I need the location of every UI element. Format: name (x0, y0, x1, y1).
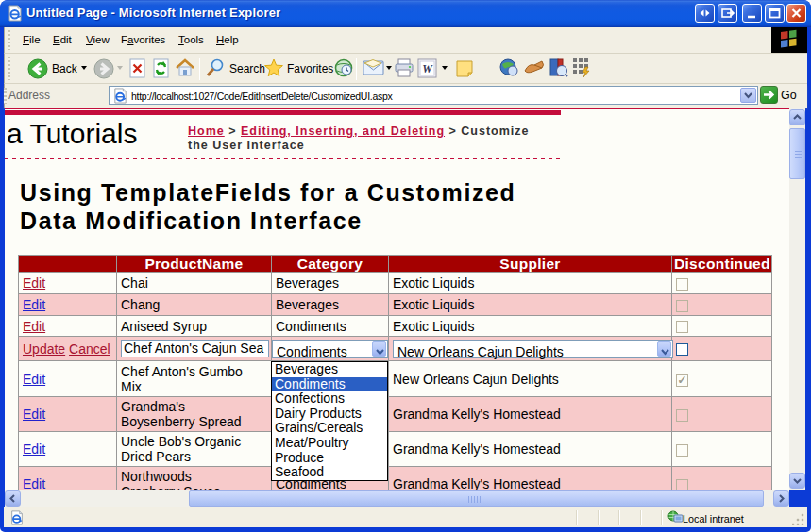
svg-text:W: W (422, 62, 433, 75)
